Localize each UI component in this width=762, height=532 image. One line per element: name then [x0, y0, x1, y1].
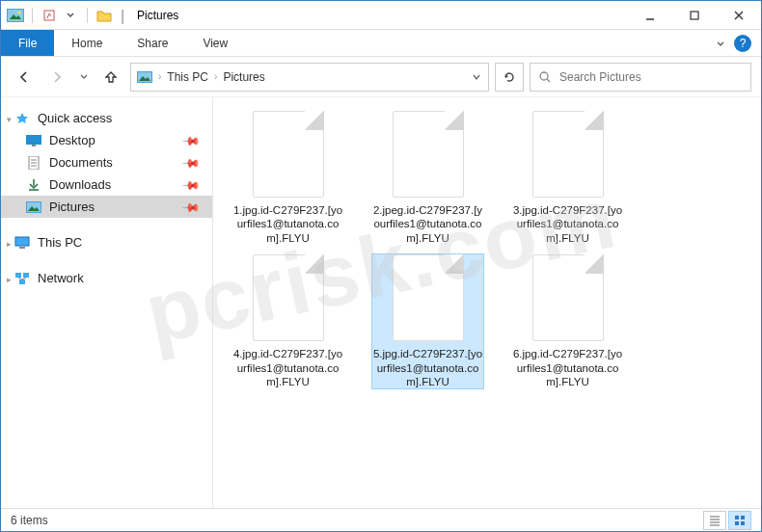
- svg-rect-1: [8, 10, 23, 21]
- svg-rect-28: [15, 273, 21, 278]
- sidebar-item-label: Documents: [49, 155, 113, 170]
- file-item[interactable]: 4.jpg.id-C279F237.[yourfiles1@tutanota.c…: [232, 254, 343, 388]
- file-item[interactable]: 1.jpg.id-C279F237.[yourfiles1@tutanota.c…: [232, 111, 343, 245]
- svg-rect-29: [23, 273, 29, 278]
- pin-icon: 📌: [181, 152, 202, 173]
- forward-button[interactable]: [43, 64, 70, 91]
- svg-rect-38: [741, 516, 745, 519]
- tab-home[interactable]: Home: [54, 30, 120, 56]
- svg-point-3: [18, 11, 21, 13]
- chevron-right-icon[interactable]: ▸: [7, 239, 12, 249]
- file-name: 1.jpg.id-C279F237.[yourfiles1@tutanota.c…: [232, 203, 343, 245]
- view-icons-button[interactable]: [728, 511, 751, 530]
- file-item[interactable]: 2.jpeg.id-C279F237.[yourfiles1@tutanota.…: [372, 111, 483, 245]
- svg-rect-40: [741, 521, 745, 525]
- navigation-pane: ▾ Quick access Desktop 📌 Documents 📌: [1, 97, 213, 508]
- minimize-button[interactable]: [628, 1, 672, 30]
- svg-point-13: [540, 72, 548, 80]
- close-button[interactable]: [717, 1, 761, 30]
- breadcrumb-thispc[interactable]: This PC: [167, 70, 208, 84]
- sidebar-item-downloads[interactable]: Downloads 📌: [1, 173, 212, 196]
- breadcrumb-separator[interactable]: ›: [214, 71, 217, 82]
- quick-access-label: Quick access: [38, 111, 112, 125]
- documents-icon: [26, 156, 41, 170]
- network-label: Network: [38, 271, 84, 285]
- svg-rect-26: [15, 237, 29, 246]
- file-item[interactable]: 3.jpg.id-C279F237.[yourfiles1@tutanota.c…: [512, 111, 623, 245]
- pin-icon: 📌: [181, 174, 202, 195]
- pictures-icon: [7, 9, 24, 22]
- file-tab[interactable]: File: [1, 30, 54, 56]
- downloads-icon: [26, 178, 41, 192]
- up-button[interactable]: [97, 64, 124, 91]
- file-thumbnail: [253, 111, 324, 198]
- sidebar-item-desktop[interactable]: Desktop 📌: [1, 129, 212, 151]
- refresh-button[interactable]: [495, 63, 524, 92]
- file-thumbnail: [393, 254, 464, 341]
- status-bar: 6 items: [1, 508, 761, 531]
- chevron-right-icon[interactable]: ▸: [7, 275, 12, 284]
- sidebar-item-label: Pictures: [49, 200, 95, 214]
- ribbon-tabs: File Home Share View ?: [1, 30, 761, 57]
- file-thumbnail: [253, 254, 324, 341]
- svg-rect-39: [735, 521, 739, 525]
- network-icon: [14, 272, 30, 285]
- svg-rect-37: [735, 516, 739, 519]
- sidebar-quick-access[interactable]: ▾ Quick access: [1, 107, 212, 129]
- file-item[interactable]: 5.jpg.id-C279F237.[yourfiles1@tutanota.c…: [372, 254, 483, 388]
- breadcrumb-pictures[interactable]: Pictures: [223, 70, 264, 84]
- sidebar-item-documents[interactable]: Documents 📌: [1, 151, 212, 173]
- desktop-icon: [26, 134, 41, 147]
- svg-rect-30: [19, 279, 25, 284]
- svg-line-31: [18, 278, 22, 279]
- qat-properties-icon[interactable]: [41, 9, 58, 22]
- sidebar-item-label: Downloads: [49, 177, 111, 192]
- file-thumbnail: [393, 111, 464, 198]
- content-pane[interactable]: 1.jpg.id-C279F237.[yourfiles1@tutanota.c…: [213, 97, 761, 508]
- pin-icon: 📌: [181, 130, 202, 150]
- pictures-sidebar-icon: [26, 200, 41, 214]
- pin-icon: 📌: [181, 197, 202, 217]
- window-title: Pictures: [137, 9, 178, 22]
- file-thumbnail: [532, 111, 604, 198]
- search-icon: [538, 70, 552, 84]
- main-area: ▾ Quick access Desktop 📌 Documents 📌: [1, 97, 761, 508]
- file-name: 6.jpg.id-C279F237.[yourfiles1@tutanota.c…: [512, 347, 623, 388]
- star-icon: [14, 112, 30, 125]
- svg-rect-6: [691, 12, 698, 19]
- recent-dropdown[interactable]: [76, 64, 92, 91]
- this-pc-label: This PC: [38, 235, 82, 250]
- sidebar-item-label: Desktop: [49, 133, 95, 147]
- svg-rect-27: [19, 247, 25, 249]
- chevron-down-icon[interactable]: ▾: [7, 115, 12, 124]
- search-input[interactable]: [559, 70, 743, 84]
- file-thumbnail: [532, 254, 604, 341]
- qat-dropdown-icon[interactable]: [62, 9, 79, 22]
- maximize-button[interactable]: [672, 1, 717, 30]
- svg-marker-15: [16, 113, 28, 123]
- sidebar-network[interactable]: ▸ Network: [1, 267, 212, 289]
- view-details-button[interactable]: [703, 511, 726, 530]
- svg-rect-4: [44, 11, 54, 20]
- file-item[interactable]: 6.jpg.id-C279F237.[yourfiles1@tutanota.c…: [512, 254, 623, 388]
- sidebar-item-pictures[interactable]: Pictures 📌: [1, 196, 212, 218]
- back-button[interactable]: [11, 64, 38, 91]
- file-name: 2.jpeg.id-C279F237.[yourfiles1@tutanota.…: [372, 203, 483, 245]
- file-name: 3.jpg.id-C279F237.[yourfiles1@tutanota.c…: [512, 203, 623, 245]
- file-name: 5.jpg.id-C279F237.[yourfiles1@tutanota.c…: [372, 347, 483, 388]
- tab-share[interactable]: Share: [120, 30, 185, 56]
- address-bar[interactable]: › This PC › Pictures: [130, 63, 489, 92]
- address-dropdown-icon[interactable]: [471, 71, 482, 83]
- help-icon[interactable]: ?: [734, 35, 751, 52]
- folder-icon: [95, 9, 113, 22]
- titlebar: | Pictures: [1, 1, 761, 30]
- sidebar-this-pc[interactable]: ▸ This PC: [1, 231, 212, 253]
- status-count: 6 items: [11, 514, 48, 527]
- pictures-address-icon: [137, 71, 152, 83]
- tab-view[interactable]: View: [185, 30, 245, 56]
- file-name: 4.jpg.id-C279F237.[yourfiles1@tutanota.c…: [232, 347, 343, 388]
- search-box[interactable]: [530, 63, 751, 92]
- navigation-row: › This PC › Pictures: [1, 57, 761, 97]
- breadcrumb-separator[interactable]: ›: [158, 71, 161, 82]
- ribbon-expand-icon[interactable]: [715, 38, 726, 49]
